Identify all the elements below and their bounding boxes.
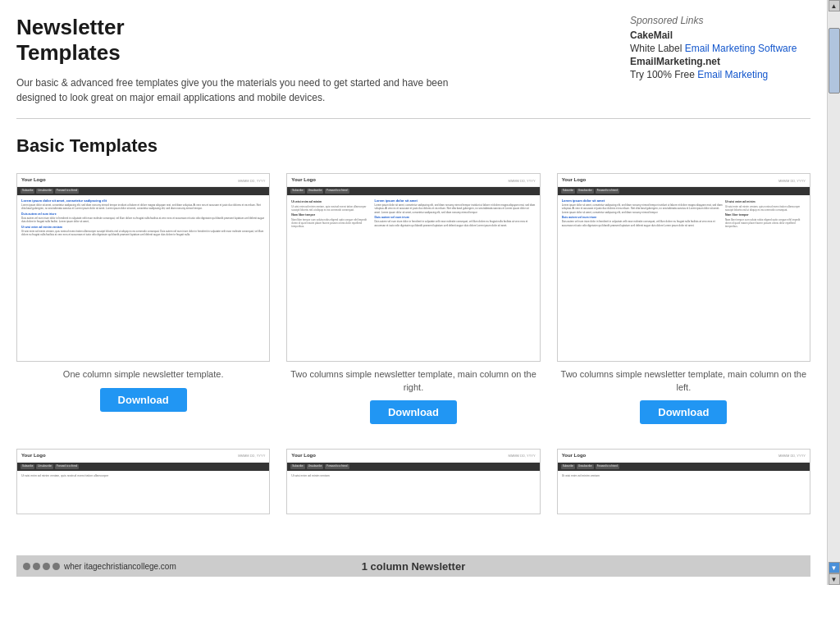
download-button-two-col-right[interactable]: Download	[370, 400, 457, 424]
scrollbar-bottom-arrows: ▼ ▼	[829, 562, 840, 585]
template-item-two-col-left: Your Logo MMMM DD, YYYY Subscribe Unsubs…	[557, 173, 810, 424]
scrollbar-thumb[interactable]	[829, 28, 840, 94]
template-caption-two-col-right: Two columns simple newsletter template, …	[286, 368, 540, 394]
bottom-dots	[23, 563, 60, 570]
bottom-url: wher itagechristiancollege.com	[64, 562, 176, 571]
template-preview-r2-3: Your Logo MMMM DD, YYYY Subscribe Unsubs…	[557, 449, 810, 514]
scrollbar-up-arrow[interactable]: ▲	[829, 0, 840, 11]
template-item-r2-2: Your Logo MMMM DD, YYYY Subscribe Unsubs…	[286, 449, 540, 514]
scrollbar-down-arrow-2[interactable]: ▼	[829, 573, 840, 585]
template-item-one-col: Your Logo MMMM DD, YYYY Subscribe Unsubs…	[16, 173, 270, 424]
template-preview-two-col-right: Your Logo MMMM DD, YYYY Subscribe Unsubs…	[286, 173, 540, 362]
sponsor-cakemail: CakeMail	[630, 30, 810, 41]
template-item-r2-3: Your Logo MMMM DD, YYYY Subscribe Unsubs…	[557, 449, 810, 514]
dot-1	[23, 563, 30, 570]
download-button-one-col[interactable]: Download	[100, 388, 187, 412]
template-caption-one-col: One column simple newsletter template.	[63, 368, 224, 381]
sponsored-label: Sponsored Links	[630, 15, 810, 26]
template-item-r2-1: Your Logo MMMM DD, YYYY Subscribe Unsubs…	[16, 449, 270, 514]
template-preview-one-col: Your Logo MMMM DD, YYYY Subscribe Unsubs…	[16, 173, 270, 362]
sponsor-whitelabel: White Label Email Marketing Software	[630, 43, 810, 54]
sponsor-whitelabel-link[interactable]: Email Marketing Software	[685, 43, 797, 54]
basic-templates-title: Basic Templates	[16, 135, 810, 157]
header-section: NewsletterTemplates Our basic & advanced…	[16, 15, 810, 119]
bottom-bar: wher itagechristiancollege.com 1 column …	[16, 555, 810, 577]
sponsor-tryfree-link[interactable]: Email Marketing	[697, 69, 768, 80]
template-preview-r2-2: Your Logo MMMM DD, YYYY Subscribe Unsubs…	[286, 449, 540, 514]
templates-grid: Your Logo MMMM DD, YYYY Subscribe Unsubs…	[16, 173, 810, 424]
dot-2	[33, 563, 40, 570]
page-description: Our basic & advanced free templates give…	[16, 75, 476, 105]
sponsor-emailmarketing: EmailMarketing.net	[630, 56, 810, 67]
header-left: NewsletterTemplates Our basic & advanced…	[16, 15, 605, 105]
dot-3	[43, 563, 50, 570]
scrollbar: ▲ ▼ ▼	[827, 0, 840, 585]
sponsored-section: Sponsored Links CakeMail White Label Ema…	[630, 15, 810, 105]
download-button-two-col-left[interactable]: Download	[640, 400, 727, 424]
template-caption-two-col-left: Two columns simple newsletter template, …	[557, 368, 810, 394]
scrollbar-down-arrow-1[interactable]: ▼	[829, 562, 840, 573]
dot-4	[52, 563, 60, 570]
template-preview-two-col-left: Your Logo MMMM DD, YYYY Subscribe Unsubs…	[557, 173, 810, 362]
bottom-label: 1 column Newsletter	[362, 560, 465, 573]
sponsor-tryfree: Try 100% Free Email Marketing	[630, 69, 810, 80]
template-item-two-col-right: Your Logo MMMM DD, YYYY Subscribe Unsubs…	[286, 173, 540, 424]
template-preview-r2-1: Your Logo MMMM DD, YYYY Subscribe Unsubs…	[16, 449, 270, 514]
templates-row2: Your Logo MMMM DD, YYYY Subscribe Unsubs…	[16, 449, 810, 514]
page-title: NewsletterTemplates	[16, 15, 605, 66]
